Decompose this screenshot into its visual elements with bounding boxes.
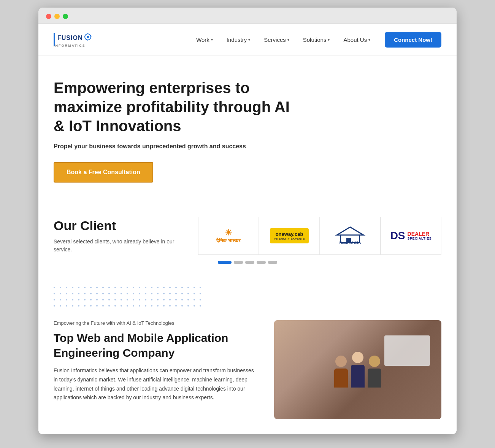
dot-cell xyxy=(127,305,128,307)
clients-logos: ☀ दैनिक भास्कर oneway.cab INTERCITY EXPE… xyxy=(198,217,441,255)
dot-cell xyxy=(145,305,146,307)
dot-cell xyxy=(72,287,73,288)
dot-cell xyxy=(114,305,116,307)
dot-cell xyxy=(133,293,134,294)
dot-cell xyxy=(151,299,152,300)
clients-section: Our Client Several selected clients, who… xyxy=(38,202,457,279)
chevron-down-icon: ▾ xyxy=(248,38,250,42)
dot-cell xyxy=(169,293,171,294)
logo-area: FUSION INFORMATICS xyxy=(54,30,107,49)
chevron-down-icon: ▾ xyxy=(211,38,213,42)
image-placeholder xyxy=(274,320,441,419)
dot-cell xyxy=(54,293,55,294)
dot-cell xyxy=(175,305,177,307)
dot-cell xyxy=(194,299,195,300)
dot-cell xyxy=(108,287,110,288)
dot-cell xyxy=(60,305,61,307)
minimize-button[interactable] xyxy=(54,14,60,19)
dot-cell xyxy=(187,299,189,300)
people-illustration xyxy=(334,352,381,388)
dot-cell xyxy=(200,305,201,307)
dot-cell xyxy=(66,293,67,294)
carousel-dots xyxy=(54,261,441,268)
bottom-section: Empowering the Future with with AI & IoT… xyxy=(38,309,457,434)
svg-point-3 xyxy=(87,36,89,38)
nav-item-solutions[interactable]: Solutions ▾ xyxy=(298,33,335,46)
dot-cell xyxy=(121,287,122,288)
carousel-dot-5[interactable] xyxy=(268,261,277,264)
nav-item-work[interactable]: Work ▾ xyxy=(191,33,218,46)
dot-cell xyxy=(133,287,134,288)
clients-subtitle: Several selected clients, who already be… xyxy=(54,238,183,254)
carousel-dot-3[interactable] xyxy=(245,261,254,264)
dot-cell xyxy=(102,299,104,300)
dot-cell xyxy=(163,305,165,307)
hero-section: Empowering enterprises to maximize profi… xyxy=(38,56,457,202)
dot-cell xyxy=(102,287,104,288)
dot-cell xyxy=(145,299,146,300)
dot-cell xyxy=(108,293,110,294)
dot-cell xyxy=(181,299,183,300)
dot-cell xyxy=(181,293,183,294)
dot-cell xyxy=(169,299,171,300)
dot-cell xyxy=(54,299,55,300)
nav-item-industry[interactable]: Industry ▾ xyxy=(221,33,255,46)
dot-cell xyxy=(54,287,55,288)
dot-cell xyxy=(133,299,134,300)
dot-cell xyxy=(114,293,116,294)
dot-cell xyxy=(139,299,140,300)
clients-text: Our Client Several selected clients, who… xyxy=(54,218,198,254)
dot-cell xyxy=(66,299,67,300)
dot-cell xyxy=(90,293,92,294)
close-button[interactable] xyxy=(46,14,51,19)
browser-window: FUSION INFORMATICS Work ▾ xyxy=(38,8,457,434)
dot-cell xyxy=(84,293,86,294)
clients-title: Our Client xyxy=(54,218,183,233)
dot-cell xyxy=(72,293,73,294)
nav-item-services[interactable]: Services ▾ xyxy=(259,33,295,46)
dot-cell xyxy=(175,299,177,300)
dot-cell xyxy=(194,287,195,288)
person-2 xyxy=(351,352,365,388)
carousel-dot-1[interactable] xyxy=(218,261,232,264)
carousel-dot-2[interactable] xyxy=(234,261,243,264)
dot-cell xyxy=(194,293,195,294)
carousel-dot-4[interactable] xyxy=(257,261,266,264)
person-1 xyxy=(334,356,348,388)
dot-cell xyxy=(127,287,128,288)
nav-item-about[interactable]: About Us ▾ xyxy=(338,33,376,46)
chevron-down-icon: ▾ xyxy=(328,38,330,42)
fullscreen-button[interactable] xyxy=(63,14,68,19)
traffic-lights xyxy=(46,14,449,19)
nav-menu: Work ▾ Industry ▾ Services ▾ Solutions ▾… xyxy=(191,33,376,46)
book-consultation-button[interactable]: Book a Free Consultation xyxy=(54,162,153,183)
connect-now-button[interactable]: Connect Now! xyxy=(385,32,441,48)
dot-cell xyxy=(163,293,165,294)
person-3 xyxy=(368,356,381,388)
svg-marker-9 xyxy=(337,227,363,235)
svg-text:FUSION: FUSION xyxy=(57,35,82,41)
client-logo-roofaid: RoofAid USA xyxy=(320,217,381,255)
dot-cell xyxy=(102,305,104,307)
dot-cell xyxy=(200,299,201,300)
dot-cell xyxy=(96,287,98,288)
dot-cell xyxy=(157,299,159,300)
dot-cell xyxy=(66,305,67,307)
dot-cell xyxy=(78,305,79,307)
dot-cell xyxy=(108,299,110,300)
dot-cell xyxy=(181,305,183,307)
dot-cell xyxy=(78,293,79,294)
dot-cell xyxy=(72,305,73,307)
dot-cell xyxy=(157,287,159,288)
dot-cell xyxy=(90,299,92,300)
company-logo[interactable]: FUSION INFORMATICS xyxy=(54,30,107,49)
dot-cell xyxy=(108,305,110,307)
dot-cell xyxy=(72,299,73,300)
dot-cell xyxy=(90,305,92,307)
dot-cell xyxy=(151,293,152,294)
dot-cell xyxy=(157,293,159,294)
bottom-body: Fusion Informatics believes that applica… xyxy=(54,366,259,402)
dot-pattern xyxy=(38,279,457,309)
bottom-label: Empowering the Future with with AI & IoT… xyxy=(54,320,259,326)
dot-cell xyxy=(133,305,134,307)
